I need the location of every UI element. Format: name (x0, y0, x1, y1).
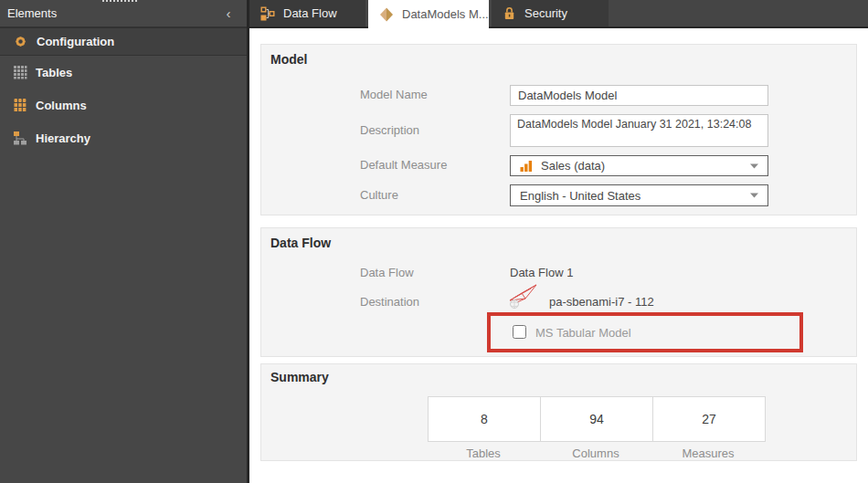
sidebar-item-columns[interactable]: Columns (0, 89, 247, 121)
tab-security[interactable]: Security (492, 0, 609, 26)
default-measure-label: Default Measure (360, 158, 504, 172)
default-measure-dropdown[interactable]: Sales (data) (510, 155, 768, 176)
table-grid-icon (13, 65, 27, 79)
model-section: Model Model Name Description DataModels … (260, 44, 857, 215)
description-label: Description (360, 123, 504, 137)
description-textarea[interactable]: DataModels Model January 31 2021, 13:24:… (510, 114, 768, 147)
model-name-input[interactable] (510, 85, 768, 106)
main-panel: Data Flow DataModels M... Security (249, 0, 868, 483)
sidebar-item-configuration[interactable]: Configuration (0, 27, 247, 56)
summary-section: Summary 8 94 27 Tables Columns Measures (260, 363, 857, 461)
configuration-page: Model Model Name Description DataModels … (249, 28, 868, 483)
section-title: Model (270, 52, 307, 67)
app-window: Elements ‹ Configuration Tables (0, 0, 868, 483)
tab-data-flow[interactable]: Data Flow (249, 0, 365, 26)
stat-label-measures: Measures (651, 446, 765, 460)
hierarchy-icon (13, 131, 27, 145)
data-flow-section: Data Flow Data Flow Data Flow 1 Destinat… (260, 227, 857, 357)
chevron-down-icon (750, 163, 758, 169)
tab-label: DataModels M... (402, 7, 489, 21)
ssas-destination-icon (506, 280, 541, 310)
stat-label-columns: Columns (539, 446, 652, 460)
chevron-down-icon (750, 193, 758, 198)
stat-value: 27 (702, 412, 716, 426)
sidebar-item-label: Tables (36, 66, 72, 79)
default-measure-value: Sales (data) (541, 159, 605, 173)
data-model-diamond-icon (379, 7, 394, 22)
stat-label-tables: Tables (427, 446, 540, 460)
tab-datamodels[interactable]: DataModels M... (368, 0, 489, 28)
destination-label: Destination (360, 295, 504, 309)
section-title: Data Flow (270, 236, 331, 250)
tab-label: Data Flow (283, 6, 337, 20)
sidebar-item-hierarchy[interactable]: Hierarchy (0, 121, 247, 154)
dotted-focus-artifact (102, 0, 137, 3)
sidebar-item-tables[interactable]: Tables (0, 56, 247, 89)
stat-value: 94 (589, 412, 604, 426)
sidebar-header: Elements ‹ (0, 0, 247, 27)
elements-sidebar: Elements ‹ Configuration Tables (0, 0, 249, 483)
measure-bars-icon (520, 160, 533, 172)
culture-dropdown[interactable]: English - United States (510, 184, 768, 206)
gear-icon (13, 34, 28, 49)
stat-value: 8 (481, 412, 488, 426)
data-flow-value: Data Flow 1 (510, 266, 573, 279)
collapse-sidebar-icon[interactable]: ‹ (219, 5, 238, 23)
data-flow-icon (260, 6, 275, 21)
culture-value: English - United States (520, 189, 640, 203)
lock-icon (503, 6, 516, 20)
sidebar-item-label: Configuration (37, 35, 114, 48)
stat-box-columns: 94 (540, 396, 653, 442)
tab-bar: Data Flow DataModels M... Security (249, 0, 868, 28)
sidebar-item-label: Columns (36, 99, 87, 112)
destination-value: pa-sbenami-i7 - 112 (549, 295, 654, 309)
sidebar-item-label: Hierarchy (36, 131, 90, 145)
tab-label: Security (524, 6, 567, 20)
summary-stats: 8 94 27 (428, 396, 766, 442)
columns-icon (13, 98, 27, 112)
red-annotation-box: MS Tabular Model (487, 312, 803, 352)
model-name-label: Model Name (360, 88, 504, 101)
data-flow-label: Data Flow (360, 266, 504, 279)
ms-tabular-model-label: MS Tabular Model (535, 326, 631, 340)
section-title: Summary (270, 370, 329, 384)
culture-label: Culture (360, 188, 504, 202)
stat-box-measures: 27 (652, 396, 766, 442)
sidebar-title: Elements (7, 6, 219, 20)
summary-stat-labels: Tables Columns Measures (428, 446, 765, 460)
ms-tabular-model-checkbox[interactable] (513, 325, 526, 339)
stat-box-tables: 8 (428, 396, 541, 442)
